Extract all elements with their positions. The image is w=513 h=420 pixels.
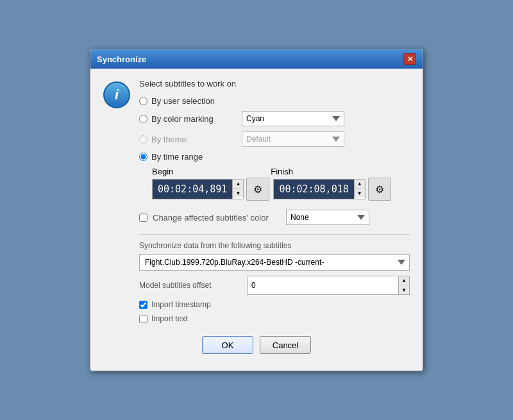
radio-time-range[interactable] <box>139 153 147 161</box>
button-row: OK Cancel <box>103 336 410 360</box>
finish-gear-button[interactable]: ⚙ <box>368 178 391 201</box>
title-bar: Synchronize ✕ <box>90 49 423 69</box>
color-dropdown-part: Cyan Red Green Blue <box>242 111 410 126</box>
begin-decrement[interactable]: ▼ <box>233 189 243 197</box>
sync-label: Synchronize data from the following subt… <box>139 241 410 250</box>
sync-source-dropdown[interactable]: Fight.Club.1999.720p.BluRay.x264-BestHD … <box>139 254 410 271</box>
section-header: Select subtitles to work on <box>139 79 410 88</box>
begin-label: Begin <box>152 167 173 176</box>
divider <box>139 234 410 235</box>
import-timestamp-row: Import timestamp <box>139 300 410 309</box>
model-offset-field[interactable] <box>248 276 398 294</box>
finish-input-group: 00:02:08,018 ▲ ▼ ⚙ <box>273 178 391 201</box>
radio-color-marking[interactable] <box>139 115 147 123</box>
finish-spinner: ▲ ▼ <box>354 180 365 199</box>
radio-part-color: By color marking <box>139 114 242 124</box>
begin-time-value: 00:02:04,891 <box>153 180 232 199</box>
model-offset-label: Model subtitles offset <box>139 281 242 290</box>
close-button[interactable]: ✕ <box>403 53 416 65</box>
radio-label-time-range: By time range <box>151 152 203 162</box>
model-offset-spinner: ▲ ▼ <box>398 276 409 294</box>
import-text-checkbox[interactable] <box>139 315 147 323</box>
radio-row-color-marking: By color marking Cyan Red Green Blue <box>139 111 410 126</box>
change-color-dropdown[interactable]: None Cyan Red <box>286 210 369 225</box>
model-offset-row: Model subtitles offset ▲ ▼ <box>139 276 410 295</box>
theme-dropdown[interactable]: Default Theme1 <box>242 131 344 147</box>
theme-dropdown-part: Default Theme1 <box>242 131 410 147</box>
content-area: i Select subtitles to work on By user se… <box>103 79 410 323</box>
change-color-row: Change affected subtitles' color None Cy… <box>139 210 410 225</box>
change-color-label: Change affected subtitles' color <box>153 213 281 223</box>
options-area: Select subtitles to work on By user sele… <box>139 79 410 323</box>
radio-row-time-range: By time range <box>139 152 410 162</box>
begin-time-box: 00:02:04,891 ▲ ▼ <box>152 179 244 199</box>
import-text-label: Import text <box>151 314 188 323</box>
ok-button[interactable]: OK <box>202 336 253 354</box>
radio-label-theme: By theme <box>151 135 187 144</box>
cancel-button[interactable]: Cancel <box>260 336 311 354</box>
radio-label-color-marking: By color marking <box>151 114 214 124</box>
dialog-body: i Select subtitles to work on By user se… <box>90 69 423 371</box>
begin-spinner: ▲ ▼ <box>232 180 243 199</box>
finish-decrement[interactable]: ▼ <box>355 189 365 197</box>
color-dropdown[interactable]: Cyan Red Green Blue <box>242 111 344 126</box>
finish-increment[interactable]: ▲ <box>355 180 365 189</box>
radio-theme[interactable] <box>139 135 147 144</box>
radio-row-user-selection: By user selection <box>139 96 410 106</box>
time-inputs: 00:02:04,891 ▲ ▼ ⚙ 00:02:08,018 <box>152 178 410 201</box>
radio-label-user-selection: By user selection <box>151 96 215 106</box>
dialog-title: Synchronize <box>97 55 146 64</box>
offset-increment[interactable]: ▲ <box>399 276 409 285</box>
begin-increment[interactable]: ▲ <box>233 180 243 189</box>
import-timestamp-label: Import timestamp <box>151 300 211 309</box>
begin-gear-button[interactable]: ⚙ <box>246 178 269 201</box>
radio-part-theme: By theme <box>139 135 242 144</box>
info-icon: i <box>103 81 130 108</box>
import-text-row: Import text <box>139 314 410 323</box>
begin-input-group: 00:02:04,891 ▲ ▼ ⚙ <box>152 178 269 201</box>
time-range-section: Begin Finish 00:02:04,891 ▲ ▼ <box>152 167 410 201</box>
offset-decrement[interactable]: ▼ <box>399 285 409 294</box>
model-offset-input-group: ▲ ▼ <box>247 276 410 295</box>
radio-row-theme: By theme Default Theme1 <box>139 131 410 147</box>
finish-label: Finish <box>271 167 293 176</box>
finish-time-box: 00:02:08,018 ▲ ▼ <box>273 179 365 199</box>
time-labels: Begin Finish <box>152 167 410 176</box>
synchronize-dialog: Synchronize ✕ i Select subtitles to work… <box>90 49 423 371</box>
import-timestamp-checkbox[interactable] <box>139 301 147 309</box>
radio-user-selection[interactable] <box>139 97 147 105</box>
sync-section: Synchronize data from the following subt… <box>139 241 410 271</box>
finish-time-value: 00:02:08,018 <box>274 180 353 199</box>
change-color-checkbox[interactable] <box>139 214 147 222</box>
